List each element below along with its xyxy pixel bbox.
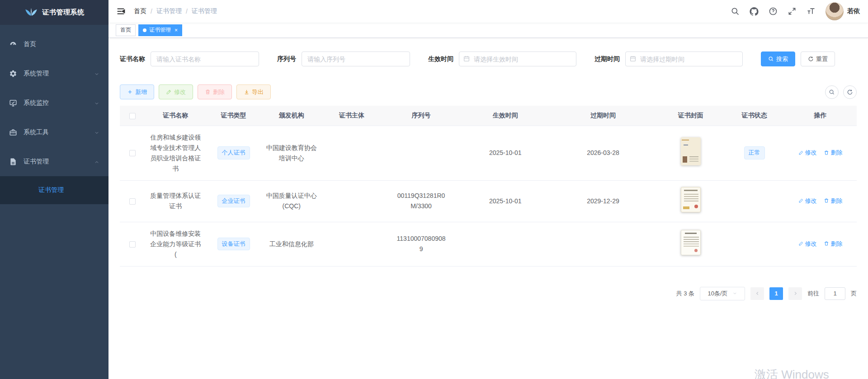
help-icon[interactable]	[769, 7, 778, 16]
search-button[interactable]: 搜索	[761, 51, 795, 66]
sidebar-item-home[interactable]: 首页	[0, 29, 108, 59]
breadcrumb-item: 证书管理	[192, 7, 217, 15]
row-edit-link[interactable]: 修改	[798, 147, 817, 158]
page-size-select[interactable]: 10条/页	[700, 287, 745, 300]
edit-button-label: 修改	[174, 88, 186, 96]
column-header: 生效时间	[461, 106, 550, 126]
row-delete-link[interactable]: 删除	[824, 239, 842, 249]
page-unit-label: 页	[851, 290, 857, 298]
serial-input[interactable]	[302, 51, 410, 66]
toggle-search-button[interactable]	[825, 85, 839, 99]
row-edit-link[interactable]: 修改	[798, 239, 817, 249]
main-content: 证书名称 序列号 生效时间 过期时间	[108, 38, 868, 379]
tags-view: 首页 证书管理 ×	[108, 23, 868, 38]
sidebar-subitem-certificate-management[interactable]: 证书管理	[0, 176, 108, 204]
field-label: 序列号	[277, 55, 296, 63]
table-row: 住房和城乡建设领域专业技术管理人员职业培训合格证书 个人证书 中国建设教育协会培…	[120, 126, 857, 180]
certificate-cover-thumbnail[interactable]	[681, 187, 701, 212]
row-edit-link[interactable]: 修改	[798, 196, 817, 206]
font-size-icon[interactable]	[807, 7, 816, 16]
close-icon[interactable]: ×	[175, 28, 178, 33]
github-icon[interactable]	[750, 7, 759, 16]
avatar[interactable]	[826, 2, 844, 20]
sidebar-item-system-monitor[interactable]: 系统监控	[0, 88, 108, 117]
sidebar-item-certificate-management[interactable]: 证书管理	[0, 147, 108, 176]
column-header: 过期时间	[550, 106, 656, 126]
breadcrumb-home[interactable]: 首页	[134, 7, 146, 15]
sidebar-item-system-tools[interactable]: 系统工具	[0, 117, 108, 147]
user-menu[interactable]: 若依	[826, 2, 860, 20]
edit-icon	[798, 150, 804, 155]
refresh-button[interactable]	[843, 85, 857, 99]
pagination-total: 共 3 条	[676, 290, 694, 298]
reset-button[interactable]: 重置	[801, 51, 835, 66]
field-label: 过期时间	[594, 55, 620, 63]
edit-icon	[798, 198, 804, 203]
chevron-down-icon	[94, 71, 99, 76]
add-button-label: 新增	[135, 88, 147, 96]
username: 若依	[847, 7, 860, 15]
active-tab-dot	[143, 28, 146, 32]
cert-serial: 113100070809089	[396, 234, 447, 254]
sidebar-item-system-management[interactable]: 系统管理	[0, 59, 108, 88]
sidebar-item-label: 系统工具	[24, 128, 94, 136]
cert-type-tag: 设备证书	[217, 238, 250, 250]
cert-issuer: 工业和信息化部	[266, 239, 317, 249]
chevron-left-icon	[755, 291, 760, 296]
app-logo[interactable]: 证书管理系统	[0, 0, 108, 25]
cert-name-input[interactable]	[151, 51, 259, 66]
select-all-checkbox[interactable]	[129, 113, 136, 119]
field-label: 证书名称	[120, 55, 145, 63]
search-icon[interactable]	[731, 7, 740, 16]
next-page-button[interactable]	[788, 287, 802, 300]
row-checkbox[interactable]	[129, 198, 136, 205]
column-header: 操作	[784, 106, 857, 126]
column-header: 证书状态	[725, 106, 784, 126]
cert-type-tag: 个人证书	[217, 146, 250, 159]
add-button[interactable]: 新增	[120, 84, 154, 99]
row-delete-link[interactable]: 删除	[824, 147, 842, 158]
tab-home[interactable]: 首页	[116, 24, 136, 36]
pagination: 共 3 条 10条/页 1 前往 页	[120, 287, 857, 300]
export-button[interactable]: 导出	[236, 84, 271, 99]
search-form: 证书名称 序列号 生效时间 过期时间	[120, 51, 857, 66]
chevron-up-icon	[94, 159, 99, 164]
breadcrumb-item[interactable]: 证书管理	[156, 7, 182, 15]
prev-page-button[interactable]	[750, 287, 764, 300]
sidebar-menu: 首页 系统管理 系统监控 系统工具 证书管理	[0, 25, 108, 204]
trash-icon	[824, 150, 829, 155]
row-checkbox[interactable]	[129, 241, 136, 248]
cert-type-tag: 企业证书	[217, 195, 250, 207]
table-header-row: 证书名称 证书类型 颁发机构 证书主体 序列号 生效时间 过期时间 证书封面 证…	[120, 106, 857, 126]
edit-button[interactable]: 修改	[159, 84, 193, 99]
row-checkbox[interactable]	[129, 150, 136, 156]
sidebar-item-label: 系统管理	[24, 70, 94, 78]
certificate-cover-thumbnail[interactable]	[681, 230, 701, 255]
delete-button[interactable]: 删除	[198, 84, 232, 99]
tab-certificate-management[interactable]: 证书管理 ×	[138, 24, 182, 36]
goto-page-input[interactable]	[825, 287, 845, 300]
page-number-button[interactable]: 1	[769, 287, 783, 300]
table-row: 质量管理体系认证证书 企业证书 中国质量认证中心 (CQC) 00119Q312…	[120, 180, 857, 222]
cert-effective-date: 2025-10-01	[489, 149, 522, 156]
tab-label: 首页	[120, 26, 131, 34]
search-button-label: 搜索	[776, 55, 788, 63]
expire-date-input[interactable]	[625, 51, 743, 66]
export-button-label: 导出	[252, 88, 264, 96]
chevron-down-icon	[94, 100, 99, 106]
cert-name: 中国设备维修安装企业能力等级证书(	[150, 229, 201, 260]
table-row: 中国设备维修安装企业能力等级证书( 设备证书 工业和信息化部 113100070…	[120, 222, 857, 266]
monitor-icon	[9, 99, 17, 107]
column-header: 证书主体	[322, 106, 382, 126]
fullscreen-icon[interactable]	[788, 7, 797, 16]
sidebar-subitem-label: 证书管理	[38, 186, 64, 194]
sidebar-item-label: 系统监控	[24, 99, 94, 107]
cert-issuer: 中国质量认证中心 (CQC)	[266, 191, 317, 211]
cert-expire-date: 2026-03-28	[587, 149, 619, 156]
form-item-cert-name: 证书名称	[120, 51, 259, 66]
cert-serial: 00119Q31281R0M/3300	[396, 191, 447, 211]
certificate-cover-thumbnail[interactable]	[681, 137, 701, 165]
sidebar-toggle-icon[interactable]	[116, 6, 126, 16]
row-delete-link[interactable]: 删除	[824, 196, 842, 206]
effective-date-input[interactable]	[459, 51, 576, 66]
